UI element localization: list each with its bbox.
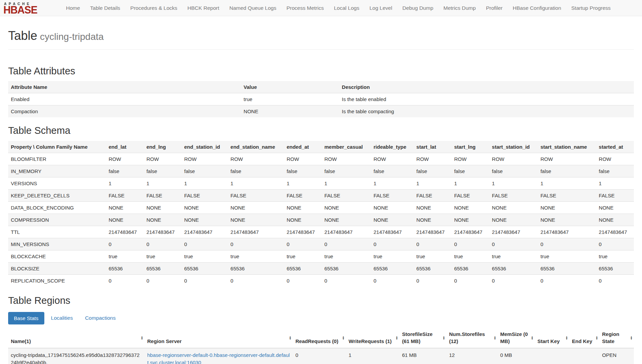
- schema-cell: 65536: [371, 263, 414, 275]
- schema-cell: false: [322, 165, 371, 177]
- schema-cell: true: [144, 250, 182, 263]
- nav-item-metrics-dump[interactable]: Metrics Dump: [438, 0, 481, 16]
- schema-cell: ROW: [538, 153, 596, 165]
- schema-cell: 1: [538, 177, 596, 190]
- regions-col-header-mem-size[interactable]: MemSize (0 MB)▲▼: [497, 328, 535, 348]
- regions-col-header-start-key[interactable]: Start Key▲▼: [535, 328, 569, 348]
- sort-icon: ▲▼: [566, 336, 568, 340]
- hbase-logo[interactable]: APACHE HBASE: [3, 2, 53, 15]
- schema-property: COMPRESSION: [8, 214, 106, 226]
- region-state: OPEN: [599, 348, 634, 364]
- nav-item-home[interactable]: Home: [61, 0, 85, 16]
- schema-cell: false: [371, 165, 414, 177]
- tab-localities[interactable]: Localities: [51, 312, 73, 324]
- nav-item-table-details[interactable]: Table Details: [85, 0, 125, 16]
- schema-cell: NONE: [228, 202, 284, 214]
- schema-cell: 2147483647: [144, 226, 182, 238]
- schema-col-header: end_station_name: [228, 141, 284, 153]
- schema-cell: 2147483647: [284, 226, 322, 238]
- schema-cell: 0: [538, 275, 596, 287]
- table-row: IN_MEMORYfalsefalsefalsefalsefalsefalsef…: [8, 165, 634, 177]
- schema-cell: ROW: [144, 153, 182, 165]
- schema-cell: 65536: [538, 263, 596, 275]
- table-row: KEEP_DELETED_CELLSFALSEFALSEFALSEFALSEFA…: [8, 190, 634, 202]
- nav-item-procedures-locks[interactable]: Procedures & Locks: [125, 0, 182, 16]
- schema-cell: NONE: [489, 214, 538, 226]
- schema-cell: false: [538, 165, 596, 177]
- schema-cell: NONE: [451, 202, 489, 214]
- regions-col-header-write-requests[interactable]: WriteRequests (1)▲▼: [346, 328, 399, 348]
- regions-col-header-read-requests[interactable]: ReadRequests (0)▲▼: [293, 328, 346, 348]
- schema-cell: FALSE: [228, 190, 284, 202]
- region-storefile-size: 61 MB: [399, 348, 446, 364]
- schema-cell: ROW: [489, 153, 538, 165]
- schema-cell: true: [414, 250, 451, 263]
- nav-item-hbase-configuration[interactable]: HBase Configuration: [508, 0, 566, 16]
- divider: [8, 49, 634, 50]
- nav-item-startup-progress[interactable]: Startup Progress: [566, 0, 616, 16]
- schema-col-header: end_station_id: [181, 141, 228, 153]
- regions-col-header-region-state[interactable]: Region State▲▼: [599, 328, 634, 348]
- attributes-col-header: Description: [339, 81, 634, 93]
- sort-icon: ▲▼: [342, 336, 345, 340]
- tab-base-stats[interactable]: Base Stats: [8, 312, 44, 324]
- schema-cell: 1: [228, 177, 284, 190]
- sort-icon: ▲▼: [531, 336, 533, 340]
- table-row: Compaction NONE Is the table compacting: [8, 105, 634, 118]
- schema-col-header: member_casual: [322, 141, 371, 153]
- schema-cell: NONE: [181, 202, 228, 214]
- schema-property: IN_MEMORY: [8, 165, 106, 177]
- schema-cell: ROW: [228, 153, 284, 165]
- schema-cell: FALSE: [144, 190, 182, 202]
- schema-col-header: start_station_name: [538, 141, 596, 153]
- sort-icon: ▲▼: [396, 336, 398, 340]
- schema-cell: 0: [371, 238, 414, 250]
- regions-col-header-storefile-size[interactable]: StorefileSize (61 MB)▲▼: [399, 328, 446, 348]
- region-server-link[interactable]: hbase-regionserver-default-0.hbase-regio…: [147, 352, 290, 364]
- nav-item-process-metrics[interactable]: Process Metrics: [281, 0, 329, 16]
- sort-icon: ▲▼: [630, 336, 633, 340]
- schema-cell: true: [228, 250, 284, 263]
- schema-col-header: started_at: [596, 141, 634, 153]
- schema-cell: 2147483647: [596, 226, 634, 238]
- region-end-key: [569, 348, 599, 364]
- schema-cell: NONE: [284, 202, 322, 214]
- nav-item-log-level[interactable]: Log Level: [364, 0, 397, 16]
- schema-cell: false: [596, 165, 634, 177]
- schema-cell: false: [451, 165, 489, 177]
- schema-cell: ROW: [451, 153, 489, 165]
- schema-cell: 65536: [181, 263, 228, 275]
- nav-item-named-queue-logs[interactable]: Named Queue Logs: [224, 0, 282, 16]
- schema-cell: 2147483647: [538, 226, 596, 238]
- schema-cell: 2147483647: [322, 226, 371, 238]
- region-read-requests: 0: [293, 348, 346, 364]
- schema-cell: true: [181, 250, 228, 263]
- schema-cell: NONE: [322, 202, 371, 214]
- tab-compactions[interactable]: Compactions: [85, 312, 115, 324]
- schema-col-header: end_lng: [144, 141, 182, 153]
- top-navbar: APACHE HBASE Home Table Details Procedur…: [0, 0, 642, 16]
- page-title: Table: [8, 29, 37, 43]
- regions-col-header-end-key[interactable]: End Key▲▼: [569, 328, 599, 348]
- schema-cell: true: [489, 250, 538, 263]
- nav-item-profiler[interactable]: Profiler: [481, 0, 508, 16]
- regions-col-header-region-server[interactable]: Region Server▲▼: [145, 328, 293, 348]
- schema-cell: 65536: [322, 263, 371, 275]
- regions-col-header-name[interactable]: Name(1)▲▼: [8, 328, 145, 348]
- schema-cell: 0: [451, 275, 489, 287]
- nav-item-hbck-report[interactable]: HBCK Report: [182, 0, 224, 16]
- schema-cell: 1: [284, 177, 322, 190]
- schema-cell: 65536: [284, 263, 322, 275]
- region-write-requests: 1: [346, 348, 399, 364]
- schema-cell: 0: [538, 238, 596, 250]
- schema-cell: 0: [451, 238, 489, 250]
- schema-cell: FALSE: [322, 190, 371, 202]
- regions-col-header-num-storefiles[interactable]: Num.Storefiles (12)▲▼: [446, 328, 497, 348]
- schema-cell: 0: [284, 238, 322, 250]
- attributes-heading: Table Attributes: [8, 66, 634, 77]
- schema-cell: 0: [228, 238, 284, 250]
- nav-item-local-logs[interactable]: Local Logs: [329, 0, 364, 16]
- nav-item-debug-dump[interactable]: Debug Dump: [397, 0, 438, 16]
- schema-cell: ROW: [181, 153, 228, 165]
- schema-cell: ROW: [596, 153, 634, 165]
